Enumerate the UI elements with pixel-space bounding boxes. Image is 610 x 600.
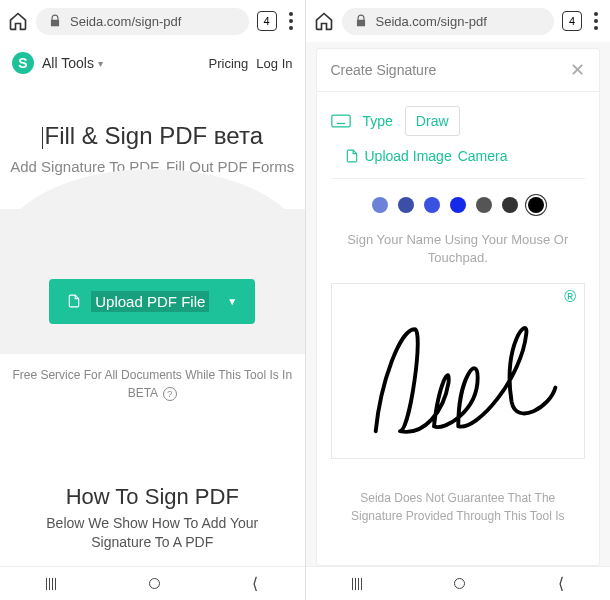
back-button[interactable]: ⟨ <box>252 574 258 593</box>
dropdown-caret-icon[interactable]: ▼ <box>227 296 237 307</box>
document-icon <box>345 148 359 164</box>
url-text: Seida.com/sign-pdf <box>70 14 181 29</box>
tab-type[interactable]: Type <box>353 107 403 135</box>
color-swatch[interactable] <box>450 197 466 213</box>
color-swatch[interactable] <box>398 197 414 213</box>
lock-icon <box>354 14 368 28</box>
color-picker <box>317 179 600 225</box>
color-swatch[interactable] <box>372 197 388 213</box>
url-bar[interactable]: Seida.com/sign-pdf <box>36 8 249 35</box>
tab-count[interactable]: 4 <box>257 11 277 31</box>
browser-bar: Seida.com/sign-pdf 4 <box>306 0 611 42</box>
signature-drawing <box>332 284 585 458</box>
menu-dots-icon[interactable] <box>590 8 602 34</box>
upload-tabs-row: Upload Image Camera <box>331 142 586 179</box>
menu-dots-icon[interactable] <box>285 8 297 34</box>
home-button[interactable] <box>149 578 160 589</box>
android-nav-bar: ⟨ <box>0 566 305 600</box>
recents-button[interactable] <box>46 578 56 590</box>
tab-upload-image[interactable]: Upload Image <box>365 148 452 164</box>
home-icon[interactable] <box>8 11 28 31</box>
create-signature-modal: Create Signature ✕ Type Draw Upload Imag… <box>316 48 601 566</box>
app-header: S All Tools ▾ Pricing Log In <box>0 42 305 84</box>
android-nav-bar: ⟨ <box>306 566 611 600</box>
disclaimer-text: Seida Does Not Guarantee That The Signat… <box>317 465 600 525</box>
upload-area: Upload PDF File ▼ <box>0 209 305 354</box>
modal-title: Create Signature <box>331 62 437 78</box>
signature-mode-tabs: Type Draw <box>317 92 600 142</box>
color-swatch[interactable] <box>424 197 440 213</box>
pricing-link[interactable]: Pricing <box>209 56 249 71</box>
lock-icon <box>48 14 62 28</box>
login-link[interactable]: Log In <box>256 56 292 71</box>
recents-button[interactable] <box>352 578 362 590</box>
tab-count[interactable]: 4 <box>562 11 582 31</box>
file-icon <box>67 293 81 309</box>
modal-backdrop: Create Signature ✕ Type Draw Upload Imag… <box>306 42 611 566</box>
back-button[interactable]: ⟨ <box>558 574 564 593</box>
home-button[interactable] <box>454 578 465 589</box>
url-text: Seida.com/sign-pdf <box>376 14 487 29</box>
free-service-text: Free Service For All Documents While Thi… <box>0 354 305 414</box>
tab-camera[interactable]: Camera <box>458 148 508 164</box>
home-icon[interactable] <box>314 11 334 31</box>
app-logo[interactable]: S <box>12 52 34 74</box>
signature-instruction: Sign Your Name Using Your Mouse Or Touch… <box>317 225 600 277</box>
url-bar[interactable]: Seida.com/sign-pdf <box>342 8 555 35</box>
page-title: Fill & Sign PDF вета <box>0 84 305 156</box>
all-tools-dropdown[interactable]: All Tools ▾ <box>42 55 103 71</box>
upload-label: Upload PDF File <box>91 291 209 312</box>
keyboard-icon <box>331 114 351 128</box>
close-icon[interactable]: ✕ <box>570 59 585 81</box>
upload-pdf-button[interactable]: Upload PDF File ▼ <box>49 279 255 324</box>
howto-title: How To Sign PDF <box>18 484 287 510</box>
browser-bar: Seida.com/sign-pdf 4 <box>0 0 305 42</box>
svg-rect-0 <box>331 115 349 127</box>
color-swatch[interactable] <box>528 197 544 213</box>
howto-body: Below We Show How To Add Your Signature … <box>18 510 287 553</box>
signature-canvas[interactable]: ® <box>331 283 586 459</box>
color-swatch[interactable] <box>476 197 492 213</box>
color-swatch[interactable] <box>502 197 518 213</box>
tab-draw[interactable]: Draw <box>405 106 460 136</box>
chevron-down-icon: ▾ <box>98 58 103 69</box>
howto-section: How To Sign PDF Below We Show How To Add… <box>0 414 305 563</box>
info-icon[interactable]: ? <box>163 387 177 401</box>
